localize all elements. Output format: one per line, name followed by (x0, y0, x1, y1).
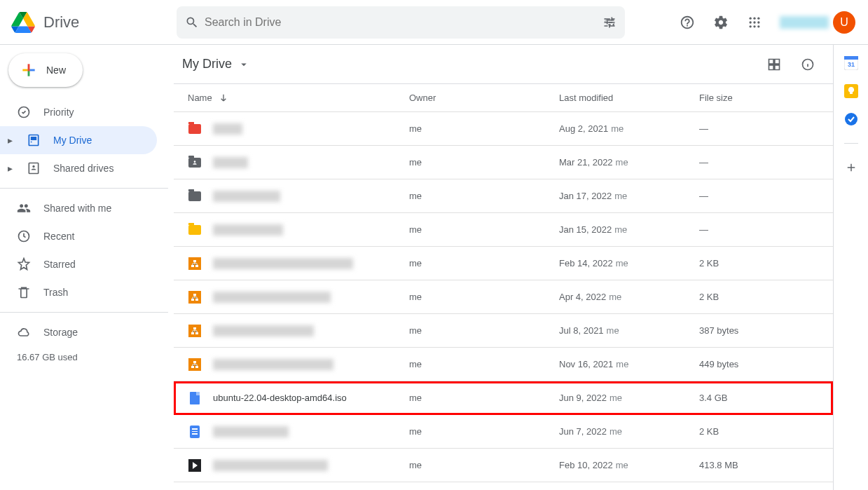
svg-rect-23 (195, 332, 198, 334)
content-header: My Drive (174, 45, 833, 84)
file-modified: Feb 10, 2022me (559, 460, 699, 470)
search-options-icon[interactable] (602, 15, 616, 29)
priority-icon (17, 105, 31, 119)
file-type-icon (188, 425, 202, 439)
svg-rect-28 (844, 56, 858, 60)
sidebar-item-shared-with-me[interactable]: Shared with me (0, 194, 157, 222)
shared-drives-icon (27, 161, 41, 175)
svg-rect-20 (195, 299, 198, 301)
file-row[interactable]: me Mar 21, 2022me — (174, 146, 833, 179)
file-row[interactable]: me Nov 16, 2021me 449 bytes (174, 348, 833, 381)
file-name-blurred (213, 325, 314, 336)
calendar-app-icon[interactable]: 31 (844, 56, 858, 70)
file-owner: me (409, 258, 559, 268)
search-bar[interactable] (177, 6, 625, 39)
keep-app-icon[interactable] (844, 84, 858, 98)
svg-point-14 (194, 161, 196, 163)
file-modified: Feb 14, 2022me (559, 258, 699, 268)
svg-rect-10 (29, 163, 38, 174)
file-row[interactable]: me Jun 7, 2022me 2 KB (174, 415, 833, 449)
chevron-right-icon[interactable]: ▸ (6, 135, 14, 146)
file-type-icon (188, 156, 202, 170)
apps-button[interactable] (740, 8, 769, 36)
file-type-icon (188, 358, 202, 372)
logo[interactable]: Drive (11, 12, 177, 33)
file-size: 2 KB (699, 426, 822, 437)
file-modified: Jun 7, 2022me (559, 426, 699, 437)
trash-icon (17, 285, 31, 299)
sidebar-item-shared-drives[interactable]: ▸ Shared drives (0, 154, 157, 182)
file-size: — (699, 123, 822, 134)
plus-icon (20, 61, 38, 79)
file-name-blurred (213, 292, 331, 303)
plus-icon (845, 161, 857, 174)
file-row[interactable]: me Feb 14, 2022me 2 KB (174, 247, 833, 280)
chevron-right-icon[interactable]: ▸ (6, 163, 14, 174)
file-size: 449 bytes (699, 359, 822, 369)
file-row[interactable]: me Feb 10, 2022me 413.8 MB (174, 449, 833, 482)
new-button[interactable]: New (8, 53, 83, 87)
sidebar-item-recent[interactable]: Recent (0, 222, 157, 250)
file-row[interactable]: me Aug 2, 2021me — (174, 112, 833, 146)
sidebar: New Priority ▸ My Drive ▸ Shared drives … (0, 45, 168, 490)
file-owner: me (409, 426, 559, 437)
file-list: me Aug 2, 2021me — me Mar 21, 2022me — m… (174, 112, 833, 482)
svg-point-7 (753, 25, 755, 27)
column-header-owner[interactable]: Owner (409, 93, 559, 103)
svg-rect-19 (191, 299, 194, 301)
new-button-label: New (46, 64, 66, 76)
sidebar-item-starred[interactable]: Starred (0, 250, 157, 278)
file-name-blurred (213, 359, 333, 370)
file-name-blurred (213, 157, 248, 168)
file-name-blurred (213, 123, 242, 135)
breadcrumb[interactable]: My Drive (177, 54, 256, 74)
svg-point-6 (750, 25, 752, 27)
details-button[interactable] (794, 50, 822, 79)
column-header-modified[interactable]: Last modified (559, 93, 699, 103)
file-type-icon (188, 223, 202, 237)
file-type-icon (188, 122, 202, 136)
file-row[interactable]: me Jan 15, 2022me — (174, 213, 833, 247)
settings-button[interactable] (707, 8, 735, 36)
file-size: — (699, 191, 822, 201)
column-header-size[interactable]: File size (699, 93, 822, 103)
file-row[interactable]: me Apr 4, 2022me 2 KB (174, 280, 833, 314)
sidebar-item-label: Storage (43, 327, 78, 338)
search-input[interactable] (199, 16, 602, 29)
my-drive-icon (27, 133, 41, 147)
svg-rect-21 (193, 327, 196, 329)
sidebar-item-storage[interactable]: Storage (0, 318, 157, 346)
file-size: 3.4 GB (699, 393, 822, 403)
gear-icon (713, 15, 729, 30)
add-addon-button[interactable] (844, 161, 858, 175)
sidebar-item-priority[interactable]: Priority (0, 98, 157, 126)
file-name-blurred (213, 460, 328, 471)
sidebar-item-my-drive[interactable]: ▸ My Drive (0, 126, 157, 154)
file-size: — (699, 224, 822, 235)
tasks-app-icon[interactable] (844, 112, 858, 126)
file-row[interactable]: me Jul 8, 2021me 387 bytes (174, 314, 833, 348)
file-modified: Jun 9, 2022me (559, 393, 699, 403)
account-chip[interactable]: U (774, 10, 857, 35)
sidebar-item-label: Shared drives (53, 163, 113, 174)
file-owner: me (409, 292, 559, 302)
support-button[interactable] (673, 8, 701, 36)
sidebar-item-trash[interactable]: Trash (0, 278, 157, 306)
chevron-down-icon (237, 58, 250, 71)
column-header-name[interactable]: Name (188, 93, 409, 104)
svg-rect-18 (193, 294, 196, 296)
breadcrumb-title: My Drive (182, 57, 232, 72)
file-row[interactable]: me Jan 17, 2022me — (174, 179, 833, 213)
view-toggle-button[interactable] (760, 50, 788, 79)
file-row[interactable]: ubuntu-22.04-desktop-amd64.iso me Jun 9,… (174, 381, 833, 415)
people-icon (17, 201, 31, 215)
file-name-blurred (213, 224, 283, 236)
clock-icon (17, 229, 31, 243)
svg-point-11 (32, 165, 34, 168)
file-modified: Aug 2, 2021me (559, 123, 699, 134)
file-owner: me (409, 393, 559, 403)
file-modified: Jan 15, 2022me (559, 224, 699, 235)
sidebar-item-label: Priority (43, 107, 74, 118)
info-icon (801, 57, 815, 72)
svg-point-31 (845, 113, 857, 125)
